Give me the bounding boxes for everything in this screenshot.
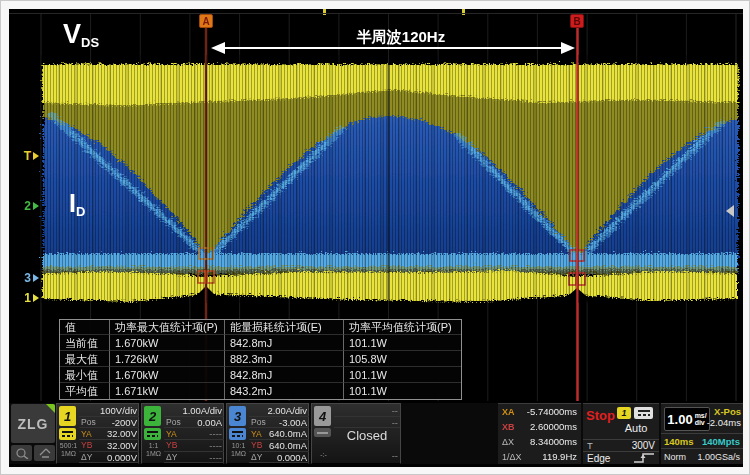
delta-y-value: 0.000V bbox=[107, 452, 137, 463]
cursor-yb-value: 640.0mA bbox=[269, 440, 307, 451]
oscilloscope-window: VDS ID 半周波120Hz A B T 2 3 1 值 功率最大值统计项(P… bbox=[0, 0, 750, 475]
probe-ratio: -:- bbox=[313, 451, 334, 459]
vds-label: VDS bbox=[63, 21, 99, 49]
cursor-b-label[interactable]: B bbox=[570, 14, 584, 28]
screen-top-divider bbox=[9, 13, 743, 14]
input-impedance: 1MΩ bbox=[143, 450, 164, 458]
logo-corner-badge bbox=[46, 404, 55, 413]
cursor-xa-value: -5.74000ms bbox=[527, 406, 577, 417]
table-row: 当前值 1.670kW 842.8mJ 101.1W bbox=[60, 335, 461, 351]
annotation-text: 半周波120Hz bbox=[291, 28, 511, 47]
dc-coupling-icon[interactable] bbox=[144, 428, 161, 440]
timebase-button[interactable]: 1.00 ms/div bbox=[664, 407, 710, 431]
table-header: 功率平均值统计项(P) bbox=[344, 320, 461, 335]
status-bar: ZLG 1 500:1 1MΩ 100 bbox=[9, 403, 743, 464]
cursor-a-label[interactable]: A bbox=[199, 14, 213, 28]
probe-ratio: 500:1 bbox=[58, 442, 79, 450]
delta-y-value: 0.000A bbox=[277, 452, 307, 463]
probe-ratio: 1:1 bbox=[143, 442, 164, 450]
trigger-type[interactable]: Edge bbox=[587, 453, 610, 464]
table-row: 最大值 1.726kW 882.3mJ 105.8W bbox=[60, 351, 461, 367]
input-impedance: 1MΩ bbox=[228, 450, 249, 458]
trigger-position-tick[interactable] bbox=[323, 9, 326, 15]
table-row: 平均值 1.671kW 843.2mJ 101.1W bbox=[60, 383, 461, 399]
position-value: -3.00A bbox=[279, 417, 307, 428]
cursor-ya-value: ---- bbox=[209, 428, 222, 439]
volts-per-div: 100V/div bbox=[100, 405, 137, 416]
arrow-right-icon bbox=[33, 274, 39, 282]
channel2-position-marker[interactable]: 2 bbox=[11, 199, 39, 213]
rising-edge-icon bbox=[633, 452, 655, 464]
trigger-coupling-icon[interactable] bbox=[634, 407, 653, 419]
volts-per-div: 1.00A/div bbox=[182, 405, 222, 416]
channel1-button[interactable]: 1 bbox=[59, 406, 76, 426]
position-value: 0.00A bbox=[197, 417, 222, 428]
channel2-button[interactable]: 2 bbox=[144, 406, 161, 426]
cursor-ya-value: 32.00V bbox=[107, 428, 137, 439]
acquisition-state[interactable]: Stop bbox=[586, 408, 615, 423]
sample-rate: 1.00GSa/s bbox=[697, 452, 740, 462]
inverse-delta-x-value: 119.9Hz bbox=[542, 451, 577, 462]
scroll-left-icon[interactable] bbox=[726, 205, 734, 217]
trigger-source-badge[interactable]: 1 bbox=[617, 407, 631, 419]
delta-x-value: 8.34000ms bbox=[530, 436, 577, 447]
channel4-status: Closed bbox=[334, 428, 400, 443]
acquire-mode: Norm bbox=[664, 452, 686, 462]
channel1-position-marker[interactable]: 1 bbox=[11, 291, 39, 305]
trigger-level-value: 300V bbox=[632, 440, 655, 451]
trigger-level-marker[interactable]: T bbox=[11, 149, 39, 163]
coupling-icon[interactable] bbox=[314, 428, 331, 437]
timebase-panel[interactable]: 1.00 ms/div X-Pos -2.04ms 140ms 140Mpts … bbox=[661, 403, 743, 464]
dc-coupling-icon[interactable] bbox=[59, 428, 76, 440]
reference-position-tick[interactable] bbox=[462, 9, 465, 15]
cursor-ya-value: 640.0mA bbox=[269, 428, 307, 439]
probe-ratio: 10:1 bbox=[228, 442, 249, 450]
scope-screen: VDS ID 半周波120Hz A B T 2 3 1 值 功率最大值统计项(P… bbox=[9, 9, 743, 467]
record-points: 140Mpts bbox=[702, 436, 740, 447]
drag-gesture-button[interactable] bbox=[34, 445, 55, 461]
channel1-panel[interactable]: 1 500:1 1MΩ 100V/div Pos-200V YA32.00V Y… bbox=[56, 403, 139, 464]
delta-y-value: ---- bbox=[209, 452, 222, 463]
table-header-row: 值 功率最大值统计项(P) 能量损耗统计项(E) 功率平均值统计项(P) bbox=[60, 320, 461, 335]
channel3-position-marker[interactable]: 3 bbox=[11, 271, 39, 285]
arrow-right-icon bbox=[33, 152, 39, 160]
cursor-readout-panel[interactable]: XA-5.74000ms XB2.60000ms ΔX8.34000ms 1/Δ… bbox=[498, 403, 581, 464]
channel3-button[interactable]: 3 bbox=[229, 406, 246, 426]
trigger-sweep-mode[interactable]: Auto bbox=[617, 422, 655, 434]
zlg-logo: ZLG bbox=[11, 404, 55, 443]
trigger-panel[interactable]: Stop 1 Auto T300V Edge bbox=[583, 403, 659, 464]
touch-gesture-button[interactable] bbox=[11, 445, 32, 461]
cursor-yb-value: ---- bbox=[209, 440, 222, 451]
dc-coupling-icon[interactable] bbox=[229, 428, 246, 440]
position-value: -200V bbox=[112, 417, 137, 428]
x-position-value: -2.04ms bbox=[707, 417, 741, 428]
input-impedance: 1MΩ bbox=[58, 450, 79, 458]
volts-per-div: 2.00A/div bbox=[267, 405, 307, 416]
table-header: 能量损耗统计项(E) bbox=[225, 320, 344, 335]
table-row: 最小值 1.670kW 842.8mJ 101.1W bbox=[60, 367, 461, 383]
channel4-panel[interactable]: 4 -:- -- -- Closed -- bbox=[311, 403, 401, 464]
cursor-xb-value: 2.60000ms bbox=[530, 421, 577, 432]
id-label: ID bbox=[69, 191, 85, 218]
channel4-button[interactable]: 4 bbox=[314, 406, 331, 426]
cursor-yb-value: 32.00V bbox=[107, 440, 137, 451]
arrow-right-icon bbox=[33, 294, 39, 302]
channel2-panel[interactable]: 2 1:1 1MΩ 1.00A/div Pos0.00A YA---- YB--… bbox=[141, 403, 224, 464]
measurement-table: 值 功率最大值统计项(P) 能量损耗统计项(E) 功率平均值统计项(P) 当前值… bbox=[59, 319, 462, 400]
x-position-readout: X-Pos -2.04ms bbox=[707, 406, 741, 428]
table-header: 值 bbox=[60, 320, 110, 335]
record-window: 140ms bbox=[664, 436, 694, 447]
table-header: 功率最大值统计项(P) bbox=[110, 320, 225, 335]
arrow-right-icon bbox=[33, 202, 39, 210]
channel3-panel[interactable]: 3 10:1 1MΩ 2.00A/div Pos-3.00A YA640.0mA… bbox=[226, 403, 309, 464]
